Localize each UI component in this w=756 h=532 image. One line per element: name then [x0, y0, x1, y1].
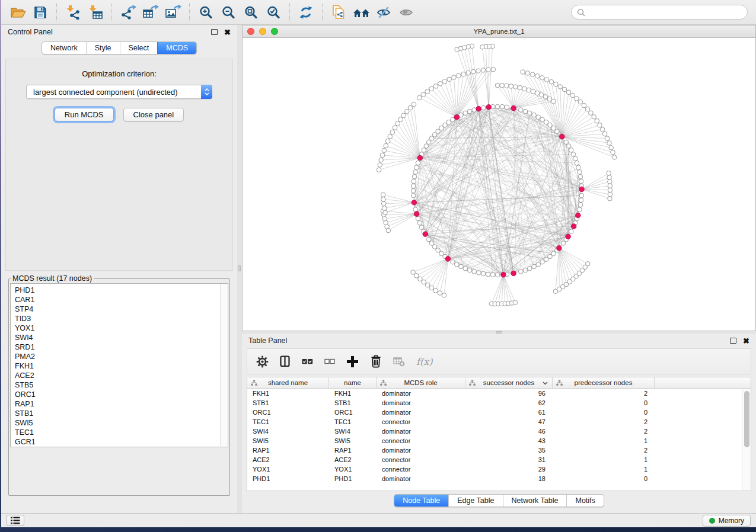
network-canvas[interactable]: [243, 38, 755, 331]
column-settings-button[interactable]: [280, 355, 291, 367]
table-panel-title: Table Panel: [248, 336, 287, 345]
mcds-result-item[interactable]: STB1: [15, 409, 218, 418]
column-header-name[interactable]: name: [329, 377, 377, 388]
mcds-result-item[interactable]: PHD1: [15, 286, 218, 295]
table-row[interactable]: YOX1YOX1connector291: [247, 464, 751, 474]
run-mcds-button[interactable]: Run MCDS: [55, 108, 114, 121]
main-toolbar: [1, 0, 756, 25]
mcds-result-item[interactable]: ACE2: [15, 371, 218, 380]
deselect-all-button[interactable]: [324, 356, 335, 367]
delete-table-button[interactable]: [393, 356, 405, 367]
zoom-selected-icon: [266, 5, 280, 20]
function-builder-button[interactable]: f(x): [416, 356, 432, 367]
cell-mcds-role: dominator: [377, 389, 465, 398]
show-all-button[interactable]: [395, 2, 417, 23]
cell-mcds-role: dominator: [377, 474, 465, 483]
open-session-button[interactable]: [7, 2, 28, 23]
minimize-window-icon[interactable]: [259, 28, 266, 35]
export-image-button[interactable]: [162, 2, 184, 23]
delete-rows-button[interactable]: [370, 355, 382, 368]
float-panel-icon[interactable]: [730, 338, 736, 344]
tab-network-table[interactable]: Network Table: [503, 495, 567, 507]
table-row[interactable]: PHD1PHD1dominator180: [247, 474, 751, 483]
column-header-shared-name[interactable]: shared name: [247, 377, 329, 388]
tab-network[interactable]: Network: [42, 42, 86, 54]
export-table-button[interactable]: [140, 2, 161, 23]
mcds-result-item[interactable]: STP4: [15, 305, 218, 314]
share-document-button[interactable]: [328, 2, 349, 23]
mcds-result-item[interactable]: TEC1: [15, 428, 218, 437]
table-row[interactable]: TEC1TEC1connector472: [247, 417, 751, 427]
tab-motifs[interactable]: Motifs: [566, 495, 603, 507]
close-window-icon[interactable]: [247, 28, 254, 35]
mcds-result-item[interactable]: CAR1: [15, 295, 218, 305]
table-row[interactable]: SWI4SWI4dominator462: [247, 427, 751, 436]
hide-selected-button[interactable]: [373, 2, 394, 23]
attribute-settings-button[interactable]: [256, 355, 269, 368]
mcds-result-item[interactable]: FKH1: [15, 361, 218, 371]
tab-style[interactable]: Style: [86, 42, 120, 54]
export-network-button[interactable]: [117, 2, 139, 23]
mcds-result-item[interactable]: GCR1: [15, 437, 218, 447]
mcds-result-item[interactable]: YOX1: [15, 323, 218, 333]
zoom-out-button[interactable]: [218, 2, 239, 23]
column-header-predecessor-nodes[interactable]: predecessor nodes: [553, 377, 655, 388]
mcds-result-item[interactable]: PMA2: [15, 352, 218, 361]
tab-node-table[interactable]: Node Table: [394, 495, 448, 507]
splitter-grip[interactable]: [238, 265, 241, 271]
add-row-button[interactable]: [346, 355, 359, 368]
cell-successor-nodes: 46: [465, 427, 553, 436]
tab-edge-table[interactable]: Edge Table: [448, 495, 502, 507]
table-row[interactable]: ORC1ORC1dominator610: [247, 408, 751, 417]
float-panel-icon[interactable]: [211, 29, 218, 35]
mcds-result-list[interactable]: PHD1CAR1STP4TID3YOX1SWI4SRD1PMA2FKH1ACE2…: [10, 283, 228, 447]
close-panel-icon[interactable]: ✖: [224, 28, 231, 36]
control-panel-tabs: NetworkStyleSelectMCDS: [42, 41, 197, 55]
import-table-button[interactable]: [85, 2, 106, 23]
mcds-result-item[interactable]: ORC1: [15, 390, 218, 399]
splitter-grip[interactable]: [496, 331, 502, 334]
close-panel-icon[interactable]: ✖: [743, 337, 749, 345]
scrollbar-thumb[interactable]: [744, 391, 749, 447]
first-neighbors-button[interactable]: [350, 2, 372, 23]
zoom-in-button[interactable]: [195, 2, 216, 23]
column-header-mcds-role[interactable]: MCDS role: [377, 377, 465, 388]
task-history-button[interactable]: [7, 515, 24, 526]
dropdown-stepper-icon: [201, 85, 212, 99]
save-session-button[interactable]: [30, 2, 51, 23]
deselect-all-icon: [324, 356, 335, 367]
criterion-dropdown[interactable]: largest connected component (undirected): [26, 85, 212, 99]
table-row[interactable]: RAP1RAP1dominator352: [247, 446, 751, 455]
table-row[interactable]: STB1STB1dominator620: [247, 398, 751, 408]
close-panel-button[interactable]: Close panel: [123, 108, 184, 121]
table-row[interactable]: ACE2ACE2connector311: [247, 455, 751, 464]
mcds-result-item[interactable]: SWI5: [15, 418, 218, 428]
mcds-list-scrollbar[interactable]: [220, 284, 227, 446]
table-scrollbar[interactable]: [742, 389, 751, 491]
zoom-selected-button[interactable]: [263, 2, 284, 23]
cell-shared-name: FKH1: [247, 389, 329, 398]
table-row[interactable]: SWI5SWI5connector431: [247, 436, 751, 446]
maximize-window-icon[interactable]: [271, 28, 278, 35]
search-box[interactable]: [571, 5, 748, 20]
network-window: YPA_prune.txt_1: [242, 25, 756, 331]
zoom-fit-button[interactable]: [240, 2, 261, 23]
mcds-result-item[interactable]: TID3: [15, 314, 218, 323]
main-area: Control Panel ✖ NetworkStyleSelectMCDS O…: [1, 25, 756, 513]
mcds-result-item[interactable]: RAP1: [15, 399, 218, 409]
vertical-splitter[interactable]: [237, 25, 242, 513]
select-all-button[interactable]: [302, 356, 313, 367]
tab-mcds[interactable]: MCDS: [157, 42, 196, 54]
cell-name: ORC1: [329, 408, 377, 417]
column-header-successor-nodes[interactable]: successor nodes: [465, 377, 553, 388]
mcds-result-item[interactable]: STB5: [15, 380, 218, 390]
mcds-result-item[interactable]: SRD1: [15, 342, 218, 352]
refresh-view-button[interactable]: [295, 2, 317, 23]
memory-button[interactable]: Memory: [703, 515, 751, 527]
import-network-button[interactable]: [62, 2, 84, 23]
search-input[interactable]: [589, 8, 742, 17]
horizontal-splitter[interactable]: [242, 331, 756, 334]
tab-select[interactable]: Select: [120, 42, 158, 54]
table-row[interactable]: FKH1FKH1dominator962: [247, 389, 751, 398]
mcds-result-item[interactable]: SWI4: [15, 333, 218, 342]
